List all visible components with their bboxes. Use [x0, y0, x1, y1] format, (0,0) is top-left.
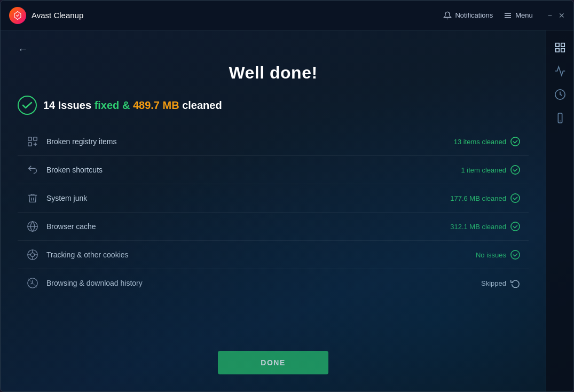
chart-sidebar-button[interactable]: [549, 60, 571, 82]
svg-rect-5: [34, 137, 37, 140]
svg-point-19: [511, 250, 520, 259]
fixed-label: fixed &: [95, 99, 130, 111]
list-item: Browser cache 312.1 MB cleaned: [18, 213, 529, 241]
status-check-icon-3: [510, 222, 520, 231]
tracking-icon: [26, 248, 39, 261]
list-item: Broken registry items 13 items cleaned: [18, 128, 529, 156]
summary-text: 14 Issues fixed & 489.7 MB cleaned: [43, 99, 222, 112]
svg-point-9: [511, 194, 520, 202]
svg-rect-26: [558, 113, 562, 123]
svg-rect-4: [28, 137, 32, 140]
svg-rect-22: [561, 43, 564, 46]
item-label-3: Browser cache: [46, 222, 443, 231]
menu-button[interactable]: Menu: [504, 11, 533, 20]
summary-check-icon: [18, 96, 37, 115]
history-icon: [26, 277, 39, 289]
status-check-icon-0: [510, 137, 520, 146]
item-label-0: Broken registry items: [46, 137, 446, 146]
back-button[interactable]: ←: [13, 41, 33, 58]
top-bar: ←: [1, 30, 546, 58]
item-status-3: 312.1 MB cleaned: [450, 222, 520, 231]
svg-point-14: [30, 253, 34, 256]
skipped-icon: [510, 278, 520, 288]
titlebar-left: Avast Cleanup: [9, 7, 83, 24]
svg-point-3: [18, 96, 36, 114]
shortcut-icon: [26, 163, 39, 176]
item-status-5: Skipped: [481, 278, 520, 288]
item-label-4: Tracking & other cookies: [46, 250, 468, 259]
junk-icon: [26, 192, 39, 205]
item-status-2: 177.6 MB cleaned: [450, 193, 520, 203]
clock-icon: [554, 89, 566, 100]
menu-icon: [504, 11, 512, 20]
svg-rect-24: [561, 49, 564, 52]
item-label-1: Broken shortcuts: [46, 166, 453, 174]
svg-point-8: [511, 166, 520, 174]
items-list: Broken registry items 13 items cleaned: [1, 128, 546, 336]
summary-line: 14 Issues fixed & 489.7 MB cleaned: [1, 96, 546, 128]
registry-icon: [26, 135, 39, 148]
window-controls: − ✕: [548, 12, 565, 19]
done-button[interactable]: DONE: [218, 351, 328, 374]
done-area: DONE: [1, 336, 546, 391]
item-label-5: Browsing & download history: [46, 279, 474, 287]
item-status-4: No issues: [476, 250, 520, 260]
list-item: Tracking & other cookies No issues: [18, 241, 529, 269]
list-item: Browsing & download history Skipped: [18, 269, 529, 297]
cleaned-label: cleaned: [182, 99, 222, 111]
item-status-0: 13 items cleaned: [454, 137, 520, 146]
svg-rect-21: [555, 43, 559, 46]
device-sidebar-button[interactable]: [549, 107, 571, 129]
close-button[interactable]: ✕: [559, 12, 565, 19]
bell-icon: [443, 11, 452, 20]
svg-point-12: [511, 222, 520, 231]
list-item: Broken shortcuts 1 item cleaned: [18, 156, 529, 184]
right-sidebar: [546, 30, 573, 391]
avast-logo: [9, 7, 26, 24]
svg-rect-23: [555, 49, 559, 52]
data-cleaned: 489.7 MB: [133, 99, 179, 111]
svg-point-7: [511, 137, 520, 146]
status-check-icon-1: [510, 165, 520, 175]
content-area: ← Well done! 14 Issues fixed & 489.7 MB …: [1, 30, 546, 391]
list-item: System junk 177.6 MB cleaned: [18, 184, 529, 213]
browser-icon: [26, 220, 39, 233]
minimize-button[interactable]: −: [548, 12, 552, 19]
app-window: Avast Cleanup Notifications Menu −: [0, 0, 574, 392]
app-title-label: Avast Cleanup: [32, 11, 83, 20]
titlebar-right: Notifications Menu − ✕: [443, 11, 565, 20]
titlebar: Avast Cleanup Notifications Menu −: [1, 1, 573, 30]
notifications-button[interactable]: Notifications: [443, 11, 493, 20]
grid-icon: [554, 42, 566, 53]
item-status-1: 1 item cleaned: [461, 165, 520, 175]
grid-sidebar-button[interactable]: [549, 37, 571, 58]
svg-rect-6: [28, 143, 32, 146]
device-icon: [554, 112, 566, 124]
main-area: ← Well done! 14 Issues fixed & 489.7 MB …: [1, 30, 573, 391]
item-label-2: System junk: [46, 194, 443, 202]
chart-icon: [554, 65, 566, 77]
issues-count: 14 Issues: [43, 99, 91, 111]
history-sidebar-button[interactable]: [549, 84, 571, 105]
page-title: Well done!: [1, 63, 546, 83]
status-check-icon-4: [510, 250, 520, 260]
page-heading: Well done!: [1, 58, 546, 96]
status-check-icon-2: [510, 193, 520, 203]
